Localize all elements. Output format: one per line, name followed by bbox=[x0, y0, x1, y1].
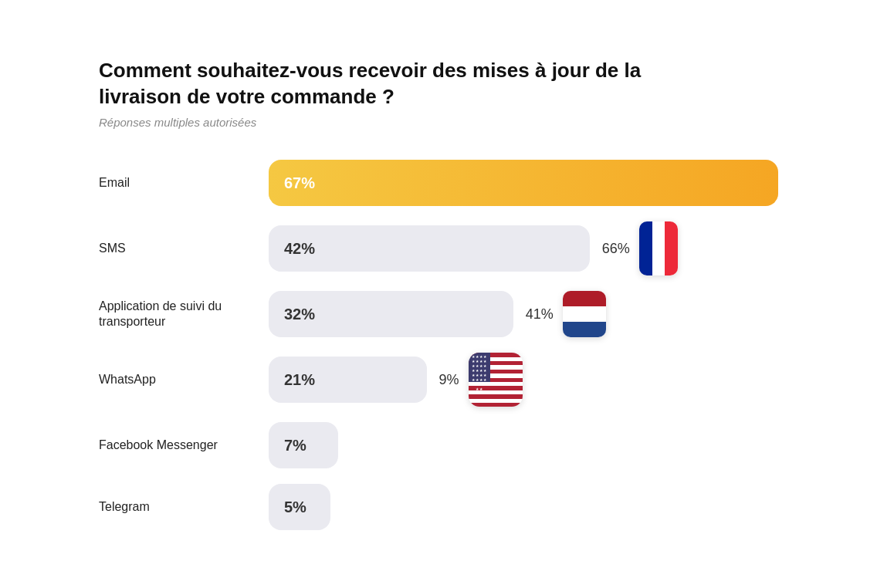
chart-rows: Email 67% SMS 42% 66% bbox=[99, 160, 778, 530]
label-telegram: Telegram bbox=[99, 499, 253, 515]
bar-container-email: 67% bbox=[269, 160, 778, 206]
row-telegram: Telegram 5% bbox=[99, 484, 778, 530]
comparison-sms: 66% bbox=[602, 221, 678, 275]
pct-facebook: 7% bbox=[284, 437, 306, 455]
bar-email: 67% bbox=[269, 160, 778, 206]
pct-email: 67% bbox=[284, 174, 315, 192]
bar-container-facebook: 7% bbox=[269, 422, 778, 468]
row-sms: SMS 42% 66% bbox=[99, 221, 778, 275]
pct-whatsapp: 21% bbox=[284, 371, 315, 389]
pct-telegram: 5% bbox=[284, 498, 306, 516]
row-email: Email 67% bbox=[99, 160, 778, 206]
label-sms: SMS bbox=[99, 241, 253, 257]
row-whatsapp: WhatsApp 21% 9% bbox=[99, 353, 778, 407]
bar-container-sms: 42% 66% bbox=[269, 221, 778, 275]
main-container: Comment souhaitez-vous recevoir des mise… bbox=[52, 27, 825, 562]
comparison-whatsapp: 9% bbox=[439, 353, 523, 407]
bar-container-tracking: 32% 41% bbox=[269, 291, 778, 337]
comparison-pct-sms: 66% bbox=[602, 241, 630, 257]
bar-container-whatsapp: 21% 9% bbox=[269, 353, 778, 407]
label-tracking: Application de suivi du transporteur bbox=[99, 299, 253, 331]
pct-sms: 42% bbox=[284, 240, 315, 258]
flag-usa-icon: ★★★★★ ★★★★★ ★★★★★ ★★★★★ ★★★★★ ★★★★★ bbox=[469, 353, 523, 407]
bar-facebook: 7% bbox=[269, 422, 338, 468]
label-whatsapp: WhatsApp bbox=[99, 372, 253, 388]
comparison-tracking: 41% bbox=[526, 291, 606, 337]
bar-telegram: 5% bbox=[269, 484, 330, 530]
comparison-pct-whatsapp: 9% bbox=[439, 372, 459, 388]
pct-tracking: 32% bbox=[284, 306, 315, 323]
bar-sms: 42% bbox=[269, 225, 590, 272]
label-email: Email bbox=[99, 175, 253, 191]
flag-netherlands-icon bbox=[563, 291, 606, 337]
bar-whatsapp: 21% bbox=[269, 357, 427, 403]
question-title: Comment souhaitez-vous recevoir des mise… bbox=[99, 58, 701, 110]
subtitle: Réponses multiples autorisées bbox=[99, 116, 778, 129]
row-facebook: Facebook Messenger 7% bbox=[99, 422, 778, 468]
bar-container-telegram: 5% bbox=[269, 484, 778, 530]
row-tracking: Application de suivi du transporteur 32%… bbox=[99, 291, 778, 337]
bar-tracking: 32% bbox=[269, 291, 513, 337]
comparison-pct-tracking: 41% bbox=[526, 306, 554, 323]
label-facebook: Facebook Messenger bbox=[99, 438, 253, 454]
flag-france-icon bbox=[639, 221, 678, 275]
